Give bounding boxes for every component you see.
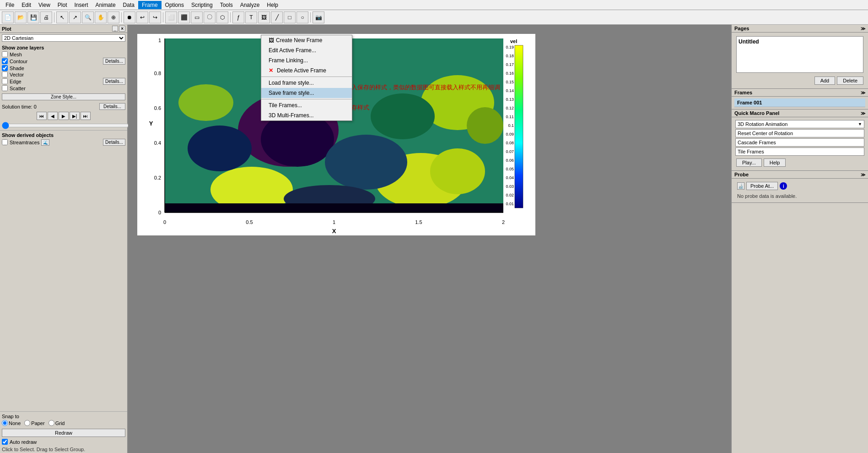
redo-button[interactable]: ↪: [149, 11, 161, 23]
toggle4-button[interactable]: 〇: [204, 11, 216, 23]
menu-scripting[interactable]: Scripting: [188, 1, 216, 9]
contour-details-btn[interactable]: Details...: [103, 58, 125, 65]
formula-button[interactable]: ƒ: [232, 11, 244, 23]
toggle3-button[interactable]: ▭: [191, 11, 203, 23]
probe-icon: 🔬: [737, 182, 744, 190]
svg-point-15: [467, 107, 503, 144]
image-button[interactable]: 🖼: [258, 11, 270, 23]
menu-animate[interactable]: Animate: [92, 1, 119, 9]
probe-section: Probe ≫ 🔬 Probe At... i No probe data is…: [732, 171, 868, 203]
zone-vector-checkbox[interactable]: [2, 71, 8, 77]
plot-type-select[interactable]: 2D Cartesian: [2, 34, 125, 42]
toggle1-button[interactable]: ⬜: [165, 11, 177, 23]
redraw-btn[interactable]: Redraw: [2, 429, 125, 437]
dropdown-load-frame-style[interactable]: Load frame style...: [261, 78, 352, 88]
rect-button[interactable]: □: [284, 11, 296, 23]
auto-redraw-checkbox[interactable]: [2, 439, 8, 445]
select-button[interactable]: ↖: [56, 11, 68, 23]
zone-edge-checkbox[interactable]: [2, 78, 8, 84]
menu-data[interactable]: Data: [119, 1, 138, 9]
toggle5-button[interactable]: ⬡: [216, 11, 228, 23]
toggle2-button[interactable]: ⬛: [178, 11, 190, 23]
new-file-button[interactable]: 📄: [2, 11, 14, 23]
menu-options[interactable]: Options: [162, 1, 188, 9]
macro-expand-0[interactable]: ▼: [858, 122, 862, 126]
edge-details-btn[interactable]: Details...: [103, 78, 125, 85]
select2-button[interactable]: ↗: [69, 11, 81, 23]
solution-time-details-btn[interactable]: Details...: [99, 103, 125, 110]
time-prev-btn[interactable]: ◀: [48, 112, 58, 120]
text-button[interactable]: T: [245, 11, 257, 23]
macro-item-2[interactable]: Cascade Frames: [735, 138, 864, 147]
snap-none-radio[interactable]: [2, 420, 8, 426]
dropdown-save-frame-style[interactable]: Save frame style...: [261, 88, 352, 98]
probe-info-icon[interactable]: i: [780, 182, 787, 190]
pages-toggle-icon[interactable]: ≫: [861, 26, 865, 31]
screenshot-button[interactable]: 📷: [313, 11, 324, 23]
macro-item-0[interactable]: 3D Rotation Animation ▼: [735, 120, 864, 128]
zone-scatter-checkbox[interactable]: [2, 85, 8, 91]
record-button[interactable]: ⏺: [124, 11, 135, 23]
svg-text:0.2: 0.2: [154, 175, 161, 180]
right-panel: Pages ≫ Untitled Add Delete Frames ≫ Fra…: [731, 25, 868, 453]
dropdown-delete-active-frame[interactable]: ✕ Delete Active Frame: [261, 65, 352, 76]
zone-shade-checkbox[interactable]: [2, 65, 8, 71]
zone-style-btn[interactable]: Zone Style...: [2, 93, 125, 100]
time-next-btn[interactable]: ▶|: [70, 112, 80, 120]
macro-item-1[interactable]: Reset Center of Rotation: [735, 129, 864, 137]
svg-text:0.17: 0.17: [506, 62, 514, 67]
macro-toggle-icon[interactable]: ≫: [861, 111, 865, 116]
menu-frame[interactable]: Frame: [138, 1, 162, 9]
zoom-button[interactable]: 🔍: [82, 11, 94, 23]
dropdown-tile-frames[interactable]: Tile Frames...: [261, 100, 352, 110]
open-file-button[interactable]: 📂: [15, 11, 27, 23]
zoom2-button[interactable]: ⊕: [108, 11, 119, 23]
svg-text:0.14: 0.14: [506, 88, 514, 93]
menu-file[interactable]: File: [2, 1, 18, 9]
time-first-btn[interactable]: ⏮: [37, 112, 47, 120]
dropdown-3d-multi-frames[interactable]: 3D Multi-Frames...: [261, 110, 352, 120]
canvas-area[interactable]: 0 0.2 0.4 0.6 0.8 1 Y 0 0.5 1 1.5 2 X: [128, 25, 731, 380]
time-slider[interactable]: [2, 122, 129, 129]
undo-button[interactable]: ↩: [136, 11, 148, 23]
snap-paper-radio[interactable]: [24, 420, 30, 426]
zone-contour-checkbox[interactable]: [2, 58, 8, 64]
streamtraces-details-btn[interactable]: Details...: [103, 139, 125, 146]
menu-help[interactable]: Help: [263, 1, 282, 9]
menu-analyze[interactable]: Analyze: [237, 1, 264, 9]
add-page-btn[interactable]: Add: [814, 76, 836, 85]
probe-toggle-icon[interactable]: ≫: [861, 172, 865, 177]
time-play-btn[interactable]: ▶: [59, 112, 69, 120]
streamtraces-icon-btn[interactable]: 🌊: [41, 139, 49, 146]
zone-mesh-checkbox[interactable]: [2, 51, 8, 57]
line-button[interactable]: ╱: [271, 11, 283, 23]
print-button[interactable]: 🖨: [40, 11, 52, 23]
pan-button[interactable]: ✋: [95, 11, 107, 23]
menu-tools[interactable]: Tools: [216, 1, 237, 9]
snap-grid-radio[interactable]: [49, 420, 54, 426]
dropdown-frame-linking[interactable]: Frame Linking...: [261, 55, 352, 65]
untitled-page-box[interactable]: Untitled: [736, 36, 863, 73]
panel-close-btn[interactable]: ×: [119, 26, 125, 32]
panel-minimize-btn[interactable]: _: [112, 26, 119, 32]
delete-page-btn[interactable]: Delete: [837, 76, 863, 85]
probe-at-button[interactable]: Probe At...: [746, 182, 778, 190]
macro-play-btn[interactable]: Play...: [736, 158, 762, 167]
frames-toggle-icon[interactable]: ≫: [861, 90, 865, 95]
menu-plot[interactable]: Plot: [54, 1, 71, 9]
macro-help-btn[interactable]: Help: [764, 158, 786, 167]
streamtraces-checkbox[interactable]: [2, 139, 8, 145]
macro-header: Quick Macro Panel: [734, 110, 779, 116]
svg-text:0.03: 0.03: [506, 184, 514, 189]
menu-edit[interactable]: Edit: [18, 1, 35, 9]
macro-item-3[interactable]: Tile Frames: [735, 147, 864, 156]
frame-001-item[interactable]: Frame 001: [734, 98, 865, 107]
ellipse-button[interactable]: ○: [297, 11, 308, 23]
menu-view[interactable]: View: [35, 1, 54, 9]
dropdown-edit-active-frame[interactable]: Edit Active Frame...: [261, 45, 352, 55]
svg-text:0.1: 0.1: [508, 123, 514, 128]
time-last-btn[interactable]: ⏭: [81, 112, 91, 120]
menu-insert[interactable]: Insert: [71, 1, 92, 9]
dropdown-create-new-frame[interactable]: 🖼 Create New Frame: [261, 35, 352, 45]
save-button[interactable]: 💾: [27, 11, 39, 23]
